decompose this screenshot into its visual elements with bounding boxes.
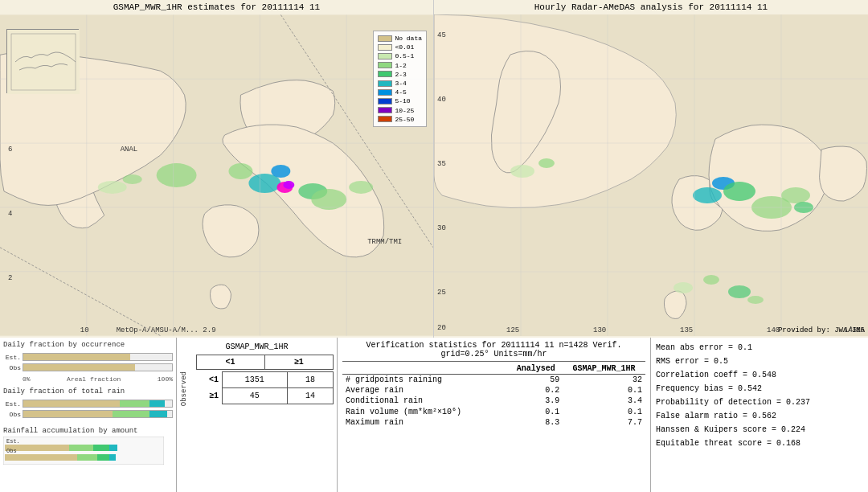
map-right: Hourly Radar-AMeDAS analysis for 2011111… (434, 0, 868, 338)
left-map-title: GSMAP_MWR_1HR estimates for 20111114 11 (0, 0, 433, 14)
col-ge1: ≥1 (264, 355, 333, 370)
left-map-canvas: 10 8 6 4 2 10 ANAL TRMM/TMI MetO (0, 14, 433, 336)
est-occurrence-label: Est. (3, 354, 21, 361)
cont-data-area: <1 1351 18 ≥1 45 14 (190, 371, 334, 406)
legend-item-2-3: 2-3 (378, 70, 422, 79)
right-map-svg: 45 40 35 30 25 20 125 130 135 140 145 15 (434, 14, 868, 336)
obs-vertical-label: Observed (180, 371, 188, 406)
obs-occurrence-fill (23, 364, 135, 371)
verif-row-0: # gridpoints raining 59 32 (342, 375, 645, 386)
legend-color-10-25 (378, 107, 392, 113)
equitable-threat: Equitable threat score = 0.168 (656, 437, 863, 450)
verif-title: Verification statistics for 20111114 11 … (342, 341, 645, 359)
main-container: GSMAP_MWR_1HR estimates for 20111114 11 (0, 0, 868, 492)
verif-row-3: Rain volume (mm*km²×10⁶) 0.1 0.1 (342, 406, 645, 417)
frequency-bias: Frequency bias = 0.542 (656, 382, 863, 396)
col-lt1: <1 (196, 355, 264, 370)
axis-0pct: 0% (23, 375, 31, 383)
scores-section: Mean abs error = 0.1 RMS error = 0.5 Cor… (651, 338, 868, 492)
svg-point-8 (283, 181, 294, 189)
svg-text:45: 45 (437, 31, 446, 39)
verif-col-header-row: Analysed GSMAP_MWR_1HR (342, 363, 645, 375)
obs-occurrence-label: Obs (3, 364, 21, 371)
rms-error: RMS error = 0.5 (656, 355, 863, 368)
svg-point-35 (538, 158, 555, 168)
legend-item-25-50: 25-50 (378, 115, 422, 124)
legend-color-lt001 (378, 44, 392, 51)
occurrence-axis: 0% Areal fraction 100% (3, 375, 173, 383)
svg-rect-71 (5, 454, 77, 461)
svg-point-12 (98, 181, 127, 194)
axis-100pct: 100% (158, 375, 173, 383)
axis-areal: Areal fraction (67, 375, 121, 383)
verif-row-1: Average rain 0.2 0.1 (342, 385, 645, 396)
legend-item-5-10: 5-10 (378, 96, 422, 105)
obs-rain-green (113, 411, 149, 417)
cell-22: 14 (287, 388, 333, 404)
legend-item-10-25: 10-25 (378, 106, 422, 115)
verif-row-4: Maximum rain 8.3 7.7 (342, 417, 645, 428)
totalrain-chart: Est. Obs (3, 399, 173, 419)
right-map-title: Hourly Radar-AMeDAS analysis for 2011111… (434, 0, 868, 14)
svg-rect-0 (7, 30, 80, 94)
verif-label-2: Conditional rain (342, 396, 509, 406)
est-occurrence-fill (23, 354, 130, 360)
chart-title-1: Daily fraction by occurrence (3, 341, 173, 349)
obs-occurrence-bar: Obs (3, 363, 173, 372)
svg-text:ANAL: ANAL (121, 146, 138, 154)
mean-abs-error: Mean abs error = 0.1 (656, 341, 863, 355)
verif-col-gsmap: GSMAP_MWR_1HR (563, 363, 645, 375)
verif-label-4: Maximum rain (342, 417, 509, 428)
legend-color-1-2 (378, 62, 392, 68)
map-left: GSMAP_MWR_1HR estimates for 20111114 11 (0, 0, 434, 338)
legend-item-3-4: 3-4 (378, 79, 422, 88)
verif-gsmap-1: 0.1 (563, 385, 645, 396)
legend-item-lt001: <0.01 (378, 43, 422, 51)
verif-label-3: Rain volume (mm*km²×10⁶) (342, 406, 509, 417)
svg-point-36 (693, 187, 722, 203)
svg-point-38 (723, 182, 755, 201)
svg-text:MetOp-A/AMSU-A/M... 2.9: MetOp-A/AMSU-A/M... 2.9 (117, 326, 216, 334)
maps-row: GSMAP_MWR_1HR estimates for 20111114 11 (0, 0, 868, 338)
obs-rain-label: Obs (3, 411, 21, 418)
legend-label-5-10: 5-10 (395, 96, 410, 105)
legend-color-2-3 (378, 71, 392, 77)
verif-col-analysed: Analysed (509, 363, 563, 375)
correlation-coeff: Correlation coeff = 0.548 (656, 368, 863, 382)
svg-rect-73 (97, 454, 109, 461)
cont-row-ge1: ≥1 45 14 (190, 388, 334, 404)
svg-text:135: 135 (680, 326, 693, 334)
legend-item-1-2: 1-2 (378, 61, 422, 70)
svg-point-42 (674, 282, 693, 293)
est-rain-label: Est. (3, 400, 21, 408)
svg-point-34 (510, 165, 534, 178)
svg-text:10: 10 (80, 326, 89, 334)
legend-label-lt001: <0.01 (395, 43, 414, 51)
svg-point-13 (123, 174, 142, 184)
charts-section: Daily fraction by occurrence Est. Obs 0% (0, 338, 177, 492)
verif-analysed-1: 0.2 (509, 385, 563, 396)
svg-rect-72 (77, 454, 97, 461)
svg-point-4 (228, 163, 252, 179)
svg-point-40 (781, 187, 810, 203)
svg-point-3 (157, 163, 197, 187)
legend-label-nodata: No data (395, 34, 422, 43)
svg-point-10 (311, 189, 346, 210)
svg-text:Est.: Est. (6, 438, 20, 445)
svg-text:20: 20 (437, 324, 446, 332)
color-legend: No data <0.01 0.5-1 1-2 (373, 31, 427, 127)
cell-12: 18 (287, 372, 333, 388)
verif-section: Verification statistics for 20111114 11 … (338, 338, 651, 492)
legend-label-10-25: 10-25 (395, 106, 414, 115)
verif-gsmap-2: 3.4 (563, 396, 645, 406)
legend-label-2-3: 2-3 (395, 70, 406, 79)
svg-text:4: 4 (8, 210, 12, 218)
verif-gsmap-0: 32 (563, 375, 645, 386)
chart-title-2: Daily fraction of total rain (3, 387, 173, 396)
svg-text:35: 35 (437, 160, 446, 168)
verif-divider (342, 361, 645, 362)
occurrence-chart: Est. Obs (3, 352, 173, 372)
est-rain-tan (23, 400, 120, 407)
svg-rect-68 (69, 445, 93, 451)
verif-analysed-0: 59 (509, 375, 563, 386)
